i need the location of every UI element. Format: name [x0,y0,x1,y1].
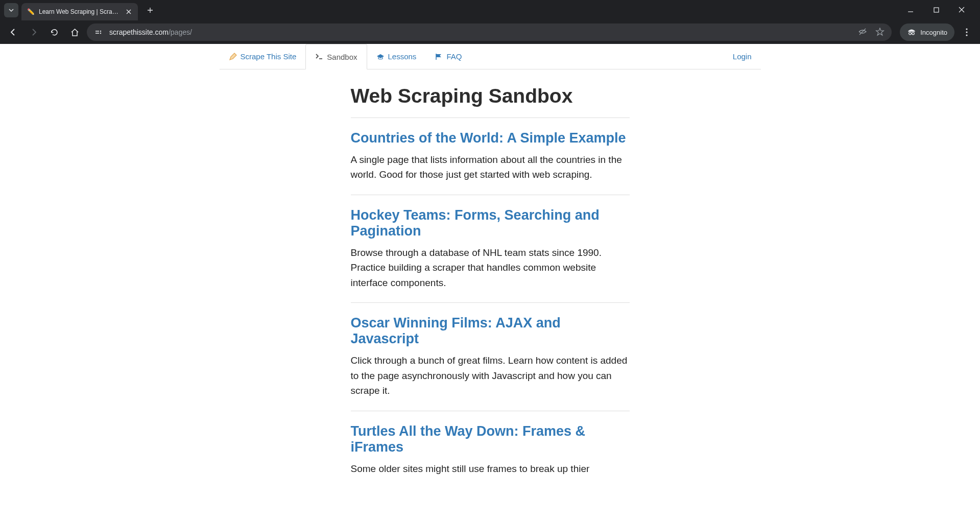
site-info-icon[interactable] [94,28,103,36]
incognito-label: Incognito [920,29,947,36]
bookmark-star-icon[interactable] [875,27,885,38]
browser-menu-button[interactable] [959,28,975,36]
forward-button[interactable] [26,24,42,40]
sandbox-section: Oscar Winning Films: AJAX and Javascript… [351,302,630,410]
tab-close-button[interactable] [125,8,133,16]
sandbox-section: Hockey Teams: Forms, Searching and Pagin… [351,195,630,302]
terminal-icon [315,53,323,61]
window-controls [903,6,976,15]
site-nav: Scrape This Site Sandbox Lessons FAQ [220,44,761,69]
flag-icon [435,53,443,61]
nav-login[interactable]: Login [724,44,761,69]
svg-point-6 [966,31,967,33]
svg-point-1 [100,31,101,32]
section-link-turtles[interactable]: Turtles All the Way Down: Frames & iFram… [351,423,630,455]
reload-button[interactable] [46,24,62,40]
nav-brand[interactable]: Scrape This Site [220,44,306,69]
graduation-cap-icon [376,53,385,61]
svg-rect-0 [934,8,939,12]
tab-bar: ✏️ Learn Web Scraping | Scrape Th [0,0,980,20]
nav-faq-label: FAQ [446,52,462,61]
nav-login-label: Login [733,52,752,61]
window-minimize-button[interactable] [903,6,918,15]
sandbox-section: Turtles All the Way Down: Frames & iFram… [351,411,630,488]
window-close-button[interactable] [954,6,969,15]
window-maximize-button[interactable] [929,6,943,15]
svg-point-7 [966,34,967,36]
tab-title: Learn Web Scraping | Scrape Th [39,8,121,15]
back-button[interactable] [5,24,21,40]
tab-favicon-icon: ✏️ [27,8,35,16]
svg-point-4 [912,32,915,35]
section-desc: Browse through a database of NHL team st… [351,245,630,290]
section-desc: A single page that lists information abo… [351,152,630,182]
page-viewport[interactable]: Scrape This Site Sandbox Lessons FAQ [0,44,980,519]
eye-off-icon[interactable] [858,27,867,38]
section-link-countries[interactable]: Countries of the World: A Simple Example [351,130,630,146]
nav-sandbox-label: Sandbox [327,53,357,61]
incognito-badge[interactable]: Incognito [900,23,954,41]
section-desc: Click through a bunch of great films. Le… [351,353,630,398]
nav-faq[interactable]: FAQ [425,44,471,69]
nav-lessons-label: Lessons [388,52,417,61]
page-title: Web Scraping Sandbox [351,85,630,107]
browser-tab[interactable]: ✏️ Learn Web Scraping | Scrape Th [21,3,138,20]
svg-point-3 [909,32,912,35]
incognito-icon [907,28,916,37]
nav-sandbox[interactable]: Sandbox [305,44,367,69]
tab-search-button[interactable] [4,3,18,17]
main-content: Web Scraping Sandbox Countries of the Wo… [351,69,630,519]
svg-point-2 [100,33,101,34]
svg-point-5 [966,28,967,30]
home-button[interactable] [66,24,83,40]
section-link-hockey[interactable]: Hockey Teams: Forms, Searching and Pagin… [351,207,630,239]
sandbox-section: Countries of the World: A Simple Example… [351,117,630,195]
nav-brand-label: Scrape This Site [241,52,297,61]
browser-chrome: ✏️ Learn Web Scraping | Scrape Th [0,0,980,44]
section-link-oscar[interactable]: Oscar Winning Films: AJAX and Javascript [351,315,630,347]
pencil-icon [229,53,237,61]
nav-lessons[interactable]: Lessons [367,44,426,69]
section-desc: Some older sites might still use frames … [351,461,630,476]
url-text: scrapethissite.com/pages/ [109,28,852,36]
address-bar[interactable]: scrapethissite.com/pages/ [87,23,892,41]
new-tab-button[interactable] [143,3,157,17]
browser-toolbar: scrapethissite.com/pages/ Incognito [0,20,980,44]
